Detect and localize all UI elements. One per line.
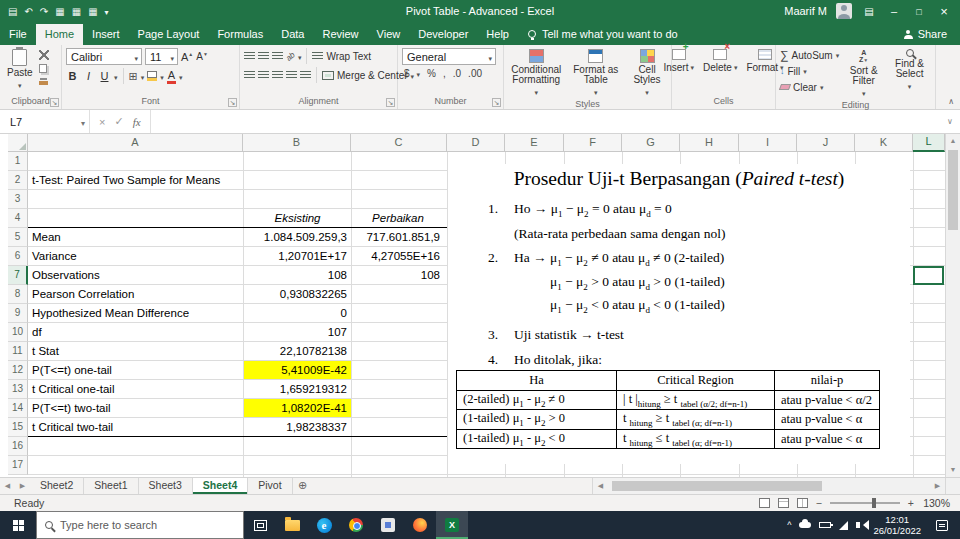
minimize-button[interactable] [886, 5, 902, 17]
row-header-17[interactable]: 17 [8, 456, 28, 475]
new-sheet-icon[interactable] [293, 478, 313, 494]
sheet-nav-left-icon[interactable] [0, 478, 15, 494]
col-header-a[interactable]: A [28, 134, 243, 152]
col-header-h[interactable]: H [680, 134, 739, 152]
format-painter-icon[interactable] [39, 81, 48, 85]
underline-button[interactable]: U [98, 69, 111, 83]
cell-b6[interactable]: 1,20701E+17 [244, 247, 351, 265]
decrease-indent-icon[interactable] [286, 71, 297, 79]
font-size-select[interactable]: 11 [145, 48, 178, 65]
cell-a6[interactable]: Variance [32, 247, 237, 266]
cell-a2-title[interactable]: t-Test: Paired Two Sample for Means [32, 171, 237, 190]
col-header-k[interactable]: K [855, 134, 913, 152]
zoom-in-icon[interactable] [908, 497, 914, 509]
ribbon-display-options-icon[interactable] [861, 5, 877, 17]
share-button[interactable]: Share [891, 28, 960, 45]
zoom-out-icon[interactable] [816, 497, 822, 509]
worksheet-grid[interactable]: Prosedur Uji-t Berpasangan (Paired t-tes… [28, 152, 945, 477]
customize-qat-icon[interactable] [105, 6, 109, 17]
row-header-9[interactable]: 9 [8, 304, 28, 323]
row-header-14[interactable]: 14 [8, 399, 28, 418]
avatar[interactable] [836, 3, 852, 19]
cell-b12-highlighted[interactable]: 5,41009E-42 [244, 361, 351, 379]
row-header-4[interactable]: 4 [8, 209, 28, 228]
align-middle-icon[interactable] [258, 52, 269, 60]
merge-center-button[interactable]: Merge & Center [337, 70, 408, 81]
tab-home[interactable]: Home [36, 24, 83, 45]
insert-cells-button[interactable]: Insert [660, 48, 697, 74]
view-page-break-icon[interactable] [797, 498, 808, 508]
formula-input[interactable] [151, 110, 940, 133]
expand-formula-bar-icon[interactable] [940, 110, 960, 133]
format-as-table-button[interactable]: Format as Table [568, 48, 625, 99]
action-center-icon[interactable] [936, 520, 948, 531]
cell-a12[interactable]: P(T<=t) one-tail [32, 361, 237, 380]
col-header-f[interactable]: F [564, 134, 622, 152]
insert-function-icon[interactable]: fx [133, 116, 141, 128]
cell-a10[interactable]: df [32, 323, 237, 342]
chrome-button[interactable] [340, 511, 372, 539]
cell-c7[interactable]: 108 [352, 266, 444, 284]
taskbar-clock[interactable]: 12:01 26/01/2022 [868, 514, 926, 536]
wrap-text-button[interactable]: Wrap Text [326, 51, 371, 62]
vertical-scrollbar[interactable] [945, 134, 960, 477]
increase-decimal-icon[interactable]: .0 [453, 68, 461, 79]
cell-b8[interactable]: 0,930832265 [244, 285, 351, 303]
tab-insert[interactable]: Insert [83, 24, 129, 45]
excel-taskbar-button-active[interactable]: X [436, 511, 468, 539]
table-tool-icon[interactable] [72, 6, 81, 17]
sheet-tab-sheet3[interactable]: Sheet3 [139, 478, 193, 494]
hscroll-left-icon[interactable] [593, 478, 608, 494]
row-header-16[interactable]: 16 [8, 437, 28, 456]
table-tool-icon[interactable] [55, 6, 64, 17]
cell-b9[interactable]: 0 [244, 304, 351, 322]
battery-icon[interactable] [819, 522, 831, 528]
number-format-select[interactable]: General [402, 48, 496, 65]
clipboard-dialog-launcher[interactable] [50, 98, 59, 107]
network-icon[interactable] [839, 521, 848, 530]
redo-icon[interactable] [40, 6, 48, 17]
horizontal-scroll-thumb[interactable] [612, 481, 822, 491]
font-name-select[interactable]: Calibri [66, 48, 142, 65]
italic-button[interactable]: I [82, 69, 95, 83]
select-all-corner[interactable] [8, 134, 28, 152]
borders-icon[interactable] [129, 70, 138, 83]
cell-a8[interactable]: Pearson Correlation [32, 285, 237, 304]
percent-style-icon[interactable]: % [427, 68, 436, 79]
app-button[interactable] [372, 511, 404, 539]
tab-review[interactable]: Review [313, 24, 367, 45]
cut-icon[interactable] [39, 50, 49, 60]
row-header-10[interactable]: 10 [8, 323, 28, 342]
cell-b7[interactable]: 108 [244, 266, 351, 284]
number-dialog-launcher[interactable] [492, 98, 501, 107]
name-box-caret-icon[interactable] [81, 116, 85, 128]
cell-b14-highlighted[interactable]: 1,08202E-41 [244, 399, 351, 417]
close-button[interactable] [936, 4, 952, 19]
font-color-caret-icon[interactable] [179, 71, 183, 82]
paste-button[interactable]: Paste [4, 48, 36, 92]
sheet-nav-right-icon[interactable] [15, 478, 30, 494]
sheet-tab-sheet1[interactable]: Sheet1 [84, 478, 138, 494]
col-header-b[interactable]: B [243, 134, 351, 152]
row-header-5[interactable]: 5 [8, 228, 28, 247]
cell-c4[interactable]: Perbaikan [352, 209, 444, 228]
sheet-tab-pivot[interactable]: Pivot [248, 478, 292, 494]
row-header-13[interactable]: 13 [8, 380, 28, 399]
orientation-caret-icon[interactable] [298, 51, 302, 62]
cell-b5[interactable]: 1.084.509.259,3 [244, 228, 351, 246]
view-normal-icon[interactable] [759, 498, 770, 508]
increase-indent-icon[interactable] [300, 71, 311, 79]
tab-page-layout[interactable]: Page Layout [129, 24, 209, 45]
maximize-button[interactable] [911, 5, 927, 17]
conditional-formatting-button[interactable]: Conditional Formatting [508, 48, 565, 99]
cell-b15[interactable]: 1,98238337 [244, 418, 351, 436]
tell-me-box[interactable]: Tell me what you want to do [518, 24, 688, 45]
tab-view[interactable]: View [368, 24, 410, 45]
confirm-entry-icon[interactable] [114, 115, 123, 128]
table-tool-icon[interactable] [88, 6, 97, 17]
clear-button[interactable]: Clear [780, 80, 839, 94]
user-name[interactable]: Maarif M [784, 5, 827, 17]
zoom-slider-thumb[interactable] [872, 498, 876, 508]
row-header-12[interactable]: 12 [8, 361, 28, 380]
embedded-slide-image[interactable]: Prosedur Uji-t Berpasangan (Paired t-tes… [448, 164, 910, 464]
